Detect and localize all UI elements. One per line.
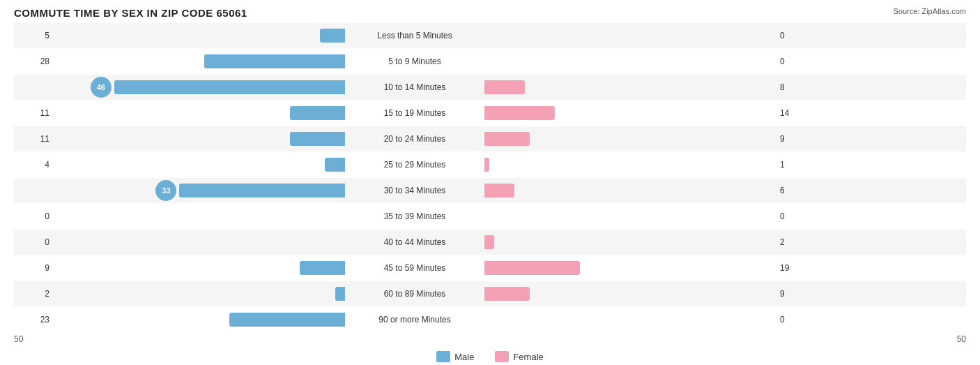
male-bubble: 46 — [91, 77, 112, 98]
female-bar — [484, 106, 555, 120]
male-bar-area — [52, 29, 345, 43]
row-label: Less than 5 Minutes — [345, 31, 484, 40]
female-value: 6 — [777, 186, 816, 195]
table-row: 4610 to 14 Minutes8 — [14, 75, 966, 100]
legend-female-box — [495, 351, 509, 362]
bars-area: 5Less than 5 Minutes0285 to 9 Minutes046… — [14, 23, 966, 345]
male-value: 11 — [14, 134, 52, 144]
female-bar — [484, 80, 525, 94]
female-value: 14 — [777, 108, 816, 118]
female-value: 9 — [777, 289, 816, 299]
female-bar-area — [484, 261, 777, 275]
chart-title: COMMUTE TIME BY SEX IN ZIP CODE 65061 — [14, 7, 966, 19]
row-label: 60 to 89 Minutes — [345, 289, 484, 299]
axis-right: 50 — [957, 334, 966, 344]
legend-male: Male — [436, 351, 474, 362]
female-bar-area — [484, 209, 777, 223]
female-value: 0 — [777, 211, 816, 221]
row-label: 30 to 34 Minutes — [345, 186, 484, 195]
female-value: 0 — [777, 31, 816, 40]
row-label: 45 to 59 Minutes — [345, 263, 484, 273]
female-bar-area — [484, 313, 777, 327]
row-label: 90 or more Minutes — [345, 315, 484, 325]
male-bar-area: 46 — [52, 77, 345, 98]
female-bar-area — [484, 158, 777, 172]
row-label: 10 to 14 Minutes — [345, 82, 484, 92]
male-bar-area — [52, 313, 345, 327]
female-bar-area — [484, 287, 777, 301]
row-label: 15 to 19 Minutes — [345, 108, 484, 118]
male-value: 2 — [14, 289, 52, 299]
male-value: 0 — [14, 211, 52, 221]
male-bar-area — [52, 158, 345, 172]
legend: Male Female — [14, 351, 966, 362]
axis-labels: 5050 — [14, 333, 966, 345]
table-row: 1120 to 24 Minutes9 — [14, 126, 966, 151]
female-bar-area — [484, 184, 777, 198]
female-bar — [484, 287, 530, 301]
male-bar-area — [52, 261, 345, 275]
table-row: 035 to 39 Minutes0 — [14, 204, 966, 229]
row-label: 40 to 44 Minutes — [345, 237, 484, 247]
male-bar — [290, 106, 345, 120]
male-bar — [290, 132, 345, 146]
row-label: 25 to 29 Minutes — [345, 160, 484, 170]
source-text: Source: ZipAtlas.com — [893, 7, 966, 15]
male-bubble: 33 — [155, 180, 176, 201]
male-bar-area — [52, 209, 345, 223]
female-bar-area — [484, 29, 777, 43]
male-bar-area: 33 — [52, 180, 345, 201]
female-bar-area — [484, 132, 777, 146]
female-bar — [484, 158, 489, 172]
table-row: 1115 to 19 Minutes14 — [14, 100, 966, 126]
male-value: 9 — [14, 263, 52, 273]
female-bar — [484, 235, 494, 249]
male-bar-area — [52, 235, 345, 249]
male-bar — [114, 80, 345, 94]
male-bar — [204, 54, 345, 68]
table-row: 040 to 44 Minutes2 — [14, 230, 966, 255]
female-value: 2 — [777, 237, 816, 247]
female-value: 0 — [777, 57, 816, 66]
male-bar — [320, 29, 345, 43]
female-value: 9 — [777, 134, 816, 144]
male-bar-area — [52, 106, 345, 120]
male-value: 28 — [14, 57, 52, 66]
legend-female-label: Female — [513, 352, 543, 362]
row-label: 5 to 9 Minutes — [345, 57, 484, 66]
female-bar-area — [484, 80, 777, 94]
female-value: 0 — [777, 315, 816, 325]
female-value: 19 — [777, 263, 816, 273]
table-row: 425 to 29 Minutes1 — [14, 152, 966, 177]
male-bar — [229, 313, 345, 327]
table-row: 285 to 9 Minutes0 — [14, 49, 966, 74]
male-bar — [300, 261, 345, 275]
row-label: 35 to 39 Minutes — [345, 211, 484, 221]
female-value: 1 — [777, 160, 816, 170]
male-value: 5 — [14, 31, 52, 40]
male-value: 4 — [14, 160, 52, 170]
table-row: 3330 to 34 Minutes6 — [14, 178, 966, 203]
legend-female: Female — [495, 351, 543, 362]
male-bar — [179, 184, 345, 198]
female-bar-area — [484, 106, 777, 120]
male-value: 23 — [14, 315, 52, 325]
male-bar-area — [52, 54, 345, 68]
table-row: 945 to 59 Minutes19 — [14, 255, 966, 281]
female-bar — [484, 132, 530, 146]
legend-male-label: Male — [454, 352, 474, 362]
male-value: 11 — [14, 108, 52, 118]
table-row: 5Less than 5 Minutes0 — [14, 23, 966, 48]
male-bar-area — [52, 132, 345, 146]
female-bar — [484, 261, 580, 275]
male-bar — [325, 158, 345, 172]
male-bar-area — [52, 287, 345, 301]
axis-left: 50 — [14, 334, 23, 344]
male-value: 0 — [14, 237, 52, 247]
row-label: 20 to 24 Minutes — [345, 134, 484, 144]
chart-container: COMMUTE TIME BY SEX IN ZIP CODE 65061 So… — [0, 0, 980, 365]
female-bar-area — [484, 235, 777, 249]
female-value: 8 — [777, 82, 816, 92]
table-row: 2390 or more Minutes0 — [14, 307, 966, 332]
legend-male-box — [436, 351, 450, 362]
